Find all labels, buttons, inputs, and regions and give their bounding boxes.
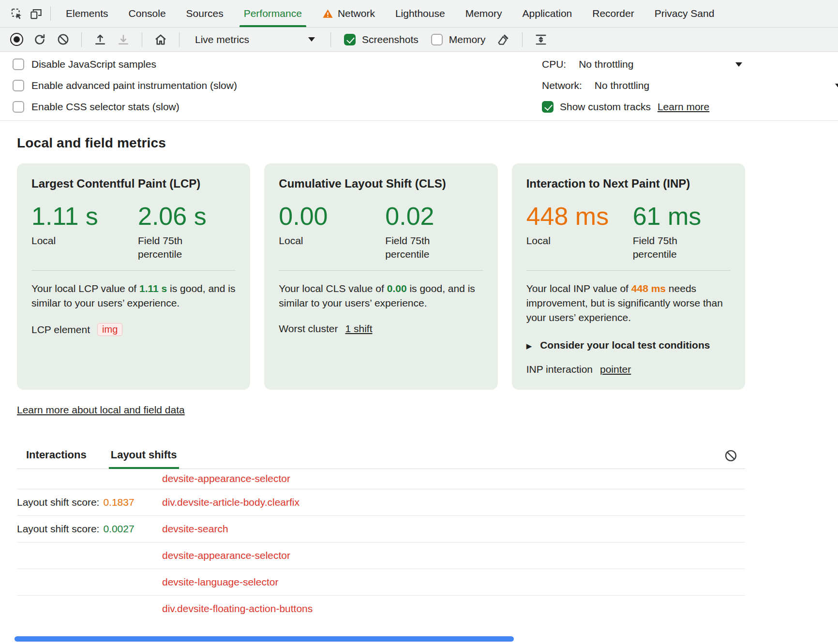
metric-cards: Largest Contentful Paint (LCP) 1.11 s Lo…: [17, 163, 745, 390]
separator: [81, 32, 82, 47]
checkbox-checked-icon: [542, 101, 554, 113]
warning-icon: [322, 8, 333, 19]
live-metrics-view: Local and field metrics Largest Contentf…: [0, 135, 762, 615]
divider: [279, 270, 483, 271]
tab-sources[interactable]: Sources: [176, 0, 234, 27]
checkbox-unchecked-icon: [13, 80, 24, 91]
layout-shift-rows: devsite-appearance-selector Layout shift…: [17, 469, 745, 615]
load-profile-button[interactable]: [90, 30, 110, 49]
divider: [31, 270, 236, 271]
capture-settings-button[interactable]: [531, 30, 551, 49]
local-test-conditions-disclosure[interactable]: Consider your local test conditions: [526, 339, 731, 351]
tab-console[interactable]: Console: [119, 0, 176, 27]
local-test-conditions-label: Consider your local test conditions: [540, 339, 710, 351]
capture-settings-icon: [534, 33, 548, 46]
layout-shift-row: div.devsite-floating-action-buttons: [17, 596, 745, 615]
css-selector-stats-label: Enable CSS selector stats (slow): [31, 101, 180, 113]
tab-network[interactable]: Network: [312, 0, 385, 27]
element-link[interactable]: div.devsite-floating-action-buttons: [162, 603, 313, 615]
learn-more-local-field-link[interactable]: Learn more about local and field data: [17, 404, 185, 416]
inspect-element-icon[interactable]: [7, 4, 26, 23]
horizontal-scrollbar-thumb[interactable]: [15, 636, 514, 642]
learn-more-link[interactable]: Learn more: [658, 101, 709, 113]
tab-recorder[interactable]: Recorder: [582, 0, 644, 27]
block-icon: [724, 449, 738, 463]
element-link[interactable]: div.devsite-article-body.clearfix: [162, 497, 299, 508]
devtools-tab-bar: Elements Console Sources Performance Net…: [0, 0, 838, 28]
cls-local-value: 0.00: [279, 203, 385, 230]
layout-shift-row: devsite-language-selector: [17, 569, 745, 596]
advanced-paint-checkbox[interactable]: Enable advanced paint instrumentation (s…: [0, 75, 237, 96]
checkbox-unchecked-icon: [13, 101, 24, 113]
lcp-description: Your local LCP value of 1.11 s is good, …: [31, 281, 236, 310]
css-selector-stats-checkbox[interactable]: Enable CSS selector stats (slow): [0, 96, 180, 117]
cpu-throttling-select[interactable]: CPU: No throttling: [542, 54, 838, 75]
tab-network-label: Network: [338, 8, 375, 19]
download-icon: [117, 33, 130, 46]
broom-icon: [497, 33, 510, 46]
lcp-card: Largest Contentful Paint (LCP) 1.11 s Lo…: [17, 163, 250, 390]
tab-performance[interactable]: Performance: [234, 0, 312, 27]
worst-cluster-link[interactable]: 1 shift: [345, 323, 372, 335]
record-and-reload-button[interactable]: [30, 30, 49, 49]
tab-application[interactable]: Application: [512, 0, 583, 27]
layout-shift-score-value: 0.1837: [103, 497, 134, 508]
layout-shift-score-label: Layout shift score:: [17, 523, 99, 534]
inp-card-title: Interaction to Next Paint (INP): [526, 177, 731, 190]
tab-privacy-sandbox[interactable]: Privacy Sand: [644, 0, 725, 27]
advanced-paint-label: Enable advanced paint instrumentation (s…: [31, 80, 237, 91]
screenshots-checkbox[interactable]: Screenshots: [344, 34, 419, 45]
element-link[interactable]: devsite-appearance-selector: [162, 473, 290, 484]
separator: [179, 32, 180, 47]
collect-garbage-button[interactable]: [494, 30, 513, 49]
separator: [142, 32, 142, 47]
lcp-element-label: LCP element: [31, 324, 90, 336]
save-profile-button[interactable]: [114, 30, 133, 49]
tab-layout-shifts[interactable]: Layout shifts: [109, 443, 179, 468]
worst-cluster-label: Worst cluster: [279, 323, 338, 335]
memory-checkbox[interactable]: Memory: [431, 34, 486, 45]
show-custom-tracks-row: Show custom tracks Learn more: [542, 96, 838, 117]
capture-settings-panel: Disable JavaScript samples Enable advanc…: [0, 52, 838, 121]
tab-memory[interactable]: Memory: [455, 0, 512, 27]
cpu-throttling-value: No throttling: [579, 59, 633, 70]
lcp-local-value: 1.11 s: [31, 203, 138, 230]
clear-log-button[interactable]: [724, 449, 738, 463]
inp-description: Your local INP value of 448 ms needs imp…: [526, 281, 731, 324]
layout-shift-row: Layout shift score:0.0027 devsite-search: [17, 516, 745, 542]
local-field-metrics-heading: Local and field metrics: [17, 135, 745, 151]
memory-label: Memory: [449, 34, 486, 45]
inp-interaction-link[interactable]: pointer: [600, 364, 631, 375]
element-link[interactable]: devsite-search: [162, 523, 228, 535]
layout-shift-row: devsite-appearance-selector: [17, 542, 745, 569]
separator: [330, 32, 331, 47]
block-icon: [57, 33, 70, 46]
lcp-element-link[interactable]: img: [97, 323, 122, 336]
network-label: Network:: [542, 80, 582, 91]
tab-lighthouse[interactable]: Lighthouse: [385, 0, 455, 27]
checkbox-unchecked-icon: [13, 59, 24, 70]
inp-interaction-label: INP interaction: [526, 364, 593, 375]
disclosure-triangle-icon: [526, 339, 532, 351]
separator: [50, 6, 51, 21]
separator: [522, 32, 523, 47]
disable-js-samples-label: Disable JavaScript samples: [31, 59, 156, 70]
show-custom-tracks-checkbox[interactable]: Show custom tracks: [542, 101, 651, 113]
element-link[interactable]: devsite-language-selector: [162, 576, 278, 588]
cls-card: Cumulative Layout Shift (CLS) 0.00 Local…: [264, 163, 497, 390]
live-metrics-log: Interactions Layout shifts devsite-appea…: [17, 443, 745, 615]
tab-elements[interactable]: Elements: [56, 0, 119, 27]
element-link[interactable]: devsite-appearance-selector: [162, 550, 290, 561]
history-dropdown[interactable]: Live metrics: [190, 31, 320, 48]
tab-interactions[interactable]: Interactions: [24, 443, 89, 468]
inp-local-value: 448 ms: [526, 203, 633, 230]
inp-card: Interaction to Next Paint (INP) 448 ms L…: [512, 163, 745, 390]
record-button[interactable]: [7, 30, 26, 49]
disable-js-samples-checkbox[interactable]: Disable JavaScript samples: [0, 54, 156, 75]
network-throttling-select[interactable]: Network: No throttling: [542, 75, 838, 96]
live-metrics-home-button[interactable]: [151, 30, 170, 49]
device-toolbar-icon[interactable]: [26, 4, 45, 23]
clear-button[interactable]: [53, 30, 73, 49]
chevron-down-icon: [835, 84, 838, 88]
layout-shift-score-label: Layout shift score:: [17, 497, 99, 508]
